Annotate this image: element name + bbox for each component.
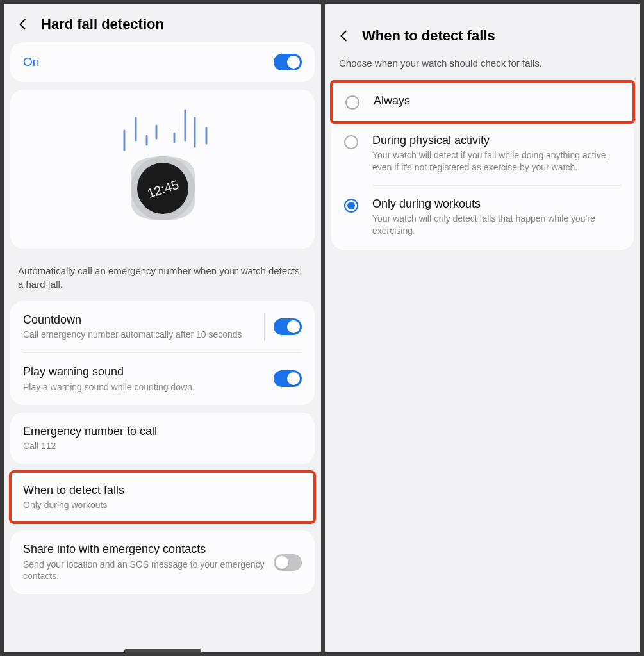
options-card: Always During physical activity Your wat…	[331, 80, 634, 250]
countdown-sub: Call emergency number automatically afte…	[23, 329, 255, 341]
header: When to detect falls	[325, 4, 640, 54]
option-physical-sub: Your watch will detect if you fall while…	[372, 149, 621, 174]
screen-hard-fall-detection: Hard fall detection On	[4, 4, 321, 652]
when-detect-card: When to detect falls Only during workout…	[10, 472, 315, 523]
watch-icon: 12:45	[92, 105, 233, 233]
option-physical-title: During physical activity	[372, 134, 621, 147]
master-toggle-switch[interactable]	[274, 54, 302, 70]
page-title: Hard fall detection	[41, 16, 164, 33]
page-title: When to detect falls	[362, 28, 495, 44]
option-physical-activity[interactable]: During physical activity Your watch will…	[331, 122, 634, 185]
radio-physical-activity[interactable]	[344, 135, 358, 149]
emergency-number-sub: Call 112	[23, 440, 302, 452]
option-workouts[interactable]: Only during workouts Your watch will onl…	[331, 186, 634, 249]
warning-sound-title: Play warning sound	[23, 365, 274, 379]
feature-description: Automatically call an emergency number w…	[4, 256, 321, 301]
page-description: Choose when your watch should check for …	[325, 54, 640, 80]
when-detect-title: When to detect falls	[23, 483, 302, 498]
header: Hard fall detection	[4, 4, 321, 42]
master-toggle-row[interactable]: On	[10, 42, 315, 82]
countdown-title: Countdown	[23, 313, 255, 327]
master-toggle-label: On	[23, 54, 274, 70]
countdown-switch[interactable]	[274, 318, 302, 335]
chevron-left-icon	[337, 29, 351, 43]
option-always-highlight: Always	[330, 80, 635, 124]
watch-illustration: 12:45	[10, 90, 315, 249]
warning-sound-row[interactable]: Play warning sound Play a warning sound …	[10, 353, 315, 404]
back-button[interactable]	[335, 27, 353, 45]
share-info-row[interactable]: Share info with emergency contacts Send …	[10, 530, 315, 594]
illustration-card: 12:45	[10, 90, 315, 249]
emergency-number-card: Emergency number to call Call 112	[10, 413, 315, 464]
share-info-title: Share info with emergency contacts	[23, 542, 274, 557]
when-detect-row[interactable]: When to detect falls Only during workout…	[10, 472, 315, 523]
emergency-number-title: Emergency number to call	[23, 424, 302, 439]
warning-sound-switch[interactable]	[274, 370, 302, 387]
share-info-sub: Send your location and an SOS message to…	[23, 559, 274, 583]
option-workouts-title: Only during workouts	[372, 197, 621, 211]
radio-always[interactable]	[345, 95, 359, 110]
home-indicator[interactable]	[124, 649, 201, 652]
warning-sound-sub: Play a warning sound while counting down…	[23, 381, 274, 393]
countdown-row[interactable]: Countdown Call emergency number automati…	[10, 301, 315, 352]
screen-when-to-detect: When to detect falls Choose when your wa…	[325, 4, 640, 652]
radio-workouts[interactable]	[344, 199, 358, 213]
emergency-number-row[interactable]: Emergency number to call Call 112	[10, 413, 315, 464]
master-toggle-card: On	[10, 42, 315, 82]
divider	[264, 313, 265, 341]
option-workouts-sub: Your watch will only detect falls that h…	[372, 213, 621, 237]
chevron-left-icon	[16, 17, 30, 31]
option-always[interactable]: Always	[333, 83, 632, 121]
option-always-title: Always	[374, 94, 620, 108]
when-detect-sub: Only during workouts	[23, 499, 302, 511]
share-info-switch[interactable]	[274, 554, 302, 571]
alert-settings-card: Countdown Call emergency number automati…	[10, 301, 315, 405]
share-info-card: Share info with emergency contacts Send …	[10, 530, 315, 594]
back-button[interactable]	[14, 15, 32, 33]
